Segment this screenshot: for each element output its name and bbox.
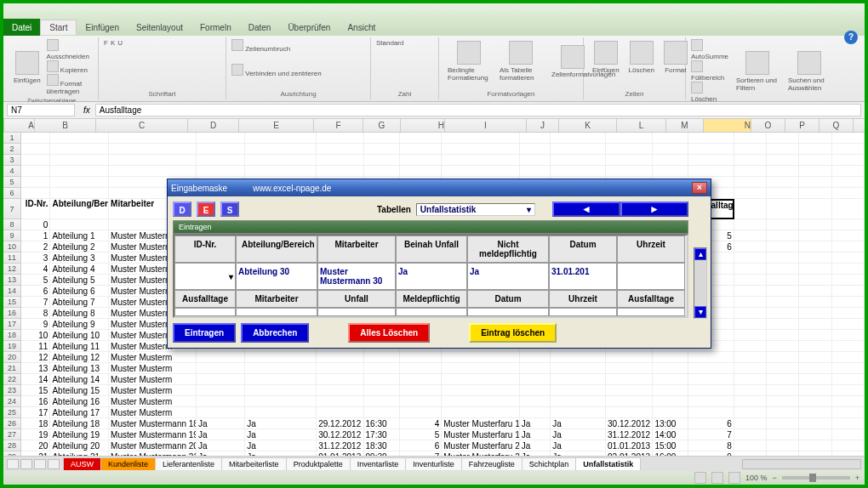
sheet-tab-inventurliste[interactable]: Inventurliste [405,457,462,470]
row-header[interactable]: 1 [3,133,21,144]
cell[interactable] [799,144,831,155]
cell[interactable] [832,374,865,385]
cell[interactable]: Abteilung 1 [50,230,109,241]
column-header-M[interactable]: M [666,119,704,133]
cell[interactable] [734,374,767,385]
sheet-nav-first[interactable] [7,459,19,469]
sheet-tab-lieferantenliste[interactable]: Lieferantenliste [155,457,222,470]
cell[interactable] [767,352,799,363]
cell[interactable] [400,133,443,144]
header-cell[interactable]: Abteilung/Bereich [50,199,109,219]
cell[interactable] [400,407,443,418]
cell[interactable] [734,155,767,166]
cell[interactable] [832,396,865,407]
cell[interactable]: 31.12.2012 [606,429,653,440]
cell[interactable] [520,385,551,396]
cell[interactable] [767,363,799,374]
cell[interactable] [799,188,831,199]
column-header-C[interactable]: C [96,119,188,133]
input-ausfalltage[interactable] [174,308,236,316]
cell[interactable]: 7 [400,451,443,456]
cell[interactable] [734,264,767,275]
cell[interactable]: 17:30 [364,429,400,440]
row-header[interactable]: 13 [3,275,21,286]
cell[interactable] [767,133,799,144]
cell[interactable] [400,396,443,407]
cell[interactable] [799,341,831,352]
header-cell[interactable] [734,199,767,219]
cell[interactable]: Ja [197,451,245,456]
column-header-K[interactable]: K [559,119,617,133]
cell[interactable] [767,275,799,286]
cell[interactable] [799,308,831,319]
cell[interactable] [442,385,520,396]
cell[interactable] [688,352,734,363]
cell[interactable] [21,188,50,199]
cell[interactable] [606,166,653,177]
cell[interactable]: 15:00 [653,440,688,451]
sheet-tab-kundenliste[interactable]: Kundenliste [100,457,156,470]
cell[interactable] [832,177,865,188]
cell[interactable] [400,352,443,363]
cell[interactable]: 18 [21,418,50,429]
zoom-out-button[interactable]: − [772,474,776,482]
column-header-E[interactable]: E [239,119,314,133]
tab-formeln[interactable]: Formeln [191,20,240,35]
cell[interactable]: Ja [245,440,317,451]
cell[interactable] [832,440,865,451]
row-header[interactable]: 20 [3,352,21,363]
cell[interactable] [767,166,799,177]
lang-de-button[interactable]: D [173,201,191,217]
cell[interactable] [734,363,767,374]
header-cell[interactable] [799,199,831,219]
cell[interactable] [364,155,400,166]
cell[interactable]: 21 [21,451,50,456]
cell[interactable] [653,133,688,144]
cell[interactable] [50,177,109,188]
as-table-button[interactable]: Als Tabelle formatieren [496,39,545,83]
cell[interactable]: 6 [688,418,734,429]
cell[interactable] [767,451,799,456]
cell[interactable] [799,429,831,440]
cell[interactable] [653,166,688,177]
cell[interactable] [767,330,799,341]
cell[interactable]: Muster Musterfaru 20 [442,440,520,451]
cell[interactable] [317,363,363,374]
insert-cells-button[interactable]: Einfügen [589,39,623,76]
cell[interactable] [734,297,767,308]
input-uhrzeit2[interactable] [549,308,617,316]
cell[interactable]: 13:00 [653,418,688,429]
cell[interactable] [245,166,317,177]
cell[interactable] [21,166,50,177]
cell[interactable] [21,155,50,166]
cell[interactable] [832,188,865,199]
cell[interactable]: Abteilung 10 [50,330,109,341]
cell[interactable] [551,385,606,396]
column-header-F[interactable]: F [314,119,363,133]
cell[interactable] [688,396,734,407]
cond-format-button[interactable]: Bedingte Formatierung [444,39,494,83]
cell[interactable] [400,363,443,374]
cell[interactable]: Ja [197,440,245,451]
cell[interactable]: 01.01.2013 [317,451,363,456]
cell[interactable] [551,374,606,385]
cell[interactable] [832,286,865,297]
cell[interactable] [317,133,363,144]
cell[interactable]: Abteilung 6 [50,286,109,297]
cell[interactable] [364,385,400,396]
cell[interactable]: Muster Mustermann 20 [109,440,197,451]
cell[interactable] [317,166,363,177]
cell[interactable] [21,133,50,144]
cell[interactable] [734,418,767,429]
cell[interactable] [442,352,520,363]
sheet-nav-last[interactable] [48,459,60,469]
cell[interactable] [606,352,653,363]
tab-start[interactable]: Start [40,20,77,35]
column-header-Q[interactable]: Q [819,119,854,133]
cell[interactable]: Abteilung 20 [50,440,109,451]
cell[interactable] [799,385,831,396]
cell[interactable] [606,374,653,385]
cell[interactable]: 10 [21,330,50,341]
cell[interactable] [245,144,317,155]
view-normal-icon[interactable] [694,472,706,484]
